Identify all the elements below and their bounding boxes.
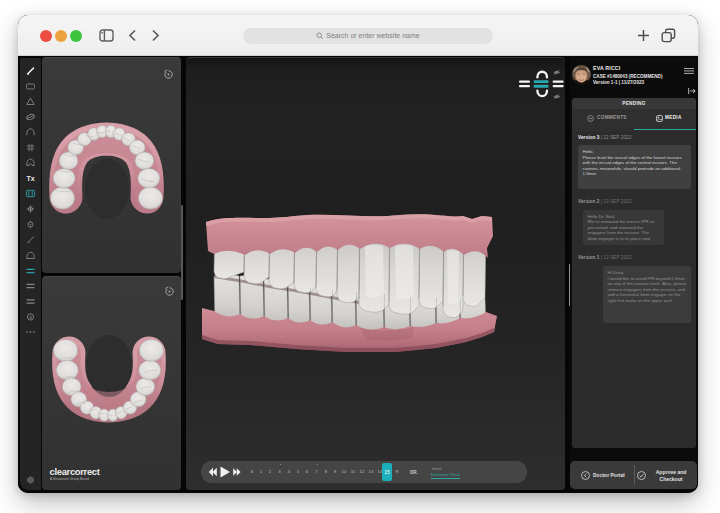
svg-text:a: a (29, 315, 32, 320)
svg-text:Tx: Tx (26, 175, 34, 182)
svg-text:A Straumann Group Brand: A Straumann Group Brand (50, 477, 89, 481)
svg-text:clearcorrect: clearcorrect (50, 466, 100, 477)
